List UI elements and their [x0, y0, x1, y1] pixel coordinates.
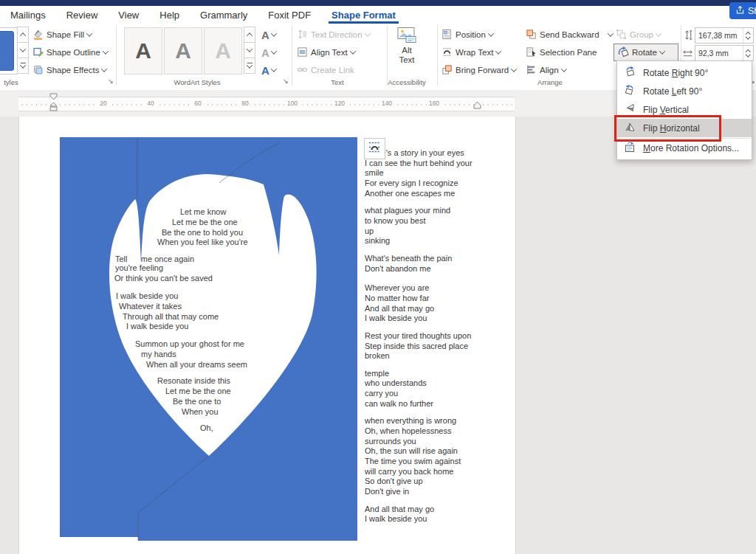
wrap-text-label: Wrap Text: [456, 48, 493, 57]
shape-outline-button[interactable]: Shape Outline: [32, 45, 108, 60]
wrap-text-icon: [441, 46, 453, 59]
heart-lyric-line: Or think you can't be saved: [114, 274, 213, 283]
menu-review[interactable]: Review: [56, 6, 109, 24]
shape-effects-icon: [32, 64, 44, 77]
bring-forward-icon: [441, 64, 453, 77]
ruler-number: 60: [192, 100, 203, 108]
alt-text-label-1: Alt: [402, 46, 411, 55]
menu-item-rotate-left[interactable]: Rotate Left 90°: [617, 82, 752, 100]
align-icon: [526, 64, 537, 77]
heart-lyrics: Let me knowLet me be the oneBe the one t…: [60, 137, 357, 541]
heart-lyric-line: Let me be the one: [172, 218, 238, 226]
shape-styles-dialog-launcher-icon[interactable]: ↘: [106, 77, 115, 86]
document-page[interactable]: Let me knowLet me be the oneBe the one t…: [18, 117, 516, 554]
bring-forward-label: Bring Forward: [456, 66, 509, 75]
menu-view[interactable]: View: [108, 6, 149, 24]
wordart-sample-3[interactable]: A: [204, 27, 242, 75]
align-button[interactable]: Align: [526, 63, 566, 77]
heart-lyric-line: Whatever it takes: [119, 302, 182, 311]
position-button[interactable]: Position: [441, 27, 493, 42]
shape-styles-group-label: tyles: [0, 78, 22, 87]
menu-foxit-pdf[interactable]: Foxit PDF: [258, 6, 321, 24]
shape-height-value: 167,38 mm: [698, 31, 738, 40]
menu-help[interactable]: Help: [149, 6, 190, 24]
horizontal-ruler[interactable]: 20406080100120140160: [18, 97, 515, 111]
document-area: Let me knowLet me be the oneBe the one t…: [0, 117, 756, 554]
indent-marker-left[interactable]: [49, 93, 58, 117]
wordart-gallery-down-icon[interactable]: [244, 42, 255, 58]
alt-text-label-2: Text: [399, 55, 414, 65]
align-text-label: Align Text: [311, 48, 348, 57]
shape-width-icon: [682, 47, 693, 61]
text-effects-button[interactable]: A: [261, 63, 276, 77]
lyrics-paragraph: Rest your tired thoughts upon Step insid…: [365, 331, 496, 361]
lyrics-paragraph: temple who understands carry you can wal…: [365, 369, 496, 409]
create-link-label: Create Link: [311, 66, 354, 75]
rotate-label: Rotate: [632, 48, 657, 57]
send-backward-button[interactable]: Send Backward: [526, 27, 613, 42]
style-gallery-up-icon[interactable]: [17, 27, 29, 43]
heart-lyric-line: When you: [182, 407, 219, 416]
wordart-dialog-launcher-icon[interactable]: ↘: [281, 77, 290, 86]
height-spinner[interactable]: [743, 28, 753, 43]
selection-pane-label: Selection Pane: [540, 48, 597, 57]
wordart-sample-2[interactable]: A: [164, 27, 202, 75]
heart-lyric-line: Let me be the one: [165, 387, 231, 395]
share-button[interactable]: Sh: [729, 2, 756, 19]
alt-text-icon: [397, 27, 416, 46]
ruler-number: 100: [285, 100, 300, 108]
create-link-button: Create Link: [297, 63, 354, 77]
lyrics-paragraph: when everything is wrong Oh, when hopele…: [365, 416, 496, 496]
selection-pane-icon: [526, 46, 537, 59]
heart-lyric-line: I walk beside you: [116, 291, 178, 300]
alt-text-button[interactable]: Alt Text: [390, 27, 424, 75]
position-icon: [441, 29, 453, 41]
wordart-gallery-up-icon[interactable]: [244, 27, 255, 43]
titlebar-strip: [0, 0, 756, 6]
lyrics-paragraph: what plagues your mind to know you best …: [365, 206, 496, 246]
menu-grammarly[interactable]: Grammarly: [190, 6, 258, 24]
shape-width-input[interactable]: 92,3 mm: [695, 45, 754, 61]
lyrics-paragraph: Wherever you are No matter how far And a…: [365, 283, 496, 324]
width-spinner[interactable]: [743, 46, 753, 60]
shape-fill-icon: [32, 29, 44, 41]
bring-forward-button[interactable]: Bring Forward: [441, 63, 516, 77]
heart-lyric-line: When all your dreams seem: [146, 360, 247, 369]
shape-height-input[interactable]: 167,38 mm: [695, 27, 754, 44]
rotate-button[interactable]: Rotate: [614, 44, 678, 61]
lyrics-paragraph: And all that may go I walk beside you: [365, 505, 496, 524]
selection-pane-button[interactable]: Selection Pane: [526, 45, 597, 60]
align-text-button[interactable]: Align Text: [297, 45, 355, 60]
lyrics-paragraph: What's beneath the pain Don't abandon me: [365, 254, 496, 274]
layout-options-button[interactable]: [364, 138, 385, 159]
text-outline-button[interactable]: A: [261, 45, 276, 60]
style-gallery-more-icon[interactable]: [17, 58, 29, 74]
shape-effects-button[interactable]: Shape Effects: [32, 63, 106, 77]
shape-style-swatch[interactable]: [0, 27, 18, 75]
indent-marker-right[interactable]: [473, 100, 481, 113]
heart-lyric-line: Be the one to hold you: [162, 228, 243, 237]
wordart-sample-1[interactable]: A: [124, 27, 162, 75]
text-fill-button[interactable]: A: [261, 27, 276, 42]
rotate-left-icon: [624, 84, 636, 98]
shape-width-value: 92,3 mm: [698, 49, 729, 58]
menu-mailings[interactable]: Mailings: [0, 6, 56, 24]
text-direction-button: Text Direction: [297, 27, 370, 42]
style-gallery-down-icon[interactable]: [17, 42, 29, 58]
text-effects-icon: A: [261, 64, 269, 77]
text-direction-icon: [297, 29, 308, 41]
heart-lyric-line: Oh,: [200, 423, 213, 432]
wrap-text-button[interactable]: Wrap Text: [441, 45, 501, 60]
wordart-gallery-more-icon[interactable]: [244, 58, 255, 74]
share-icon: [735, 5, 745, 17]
menu-item-more-rotation-options[interactable]: More Rotation Options...: [617, 139, 752, 157]
menu-shape-format[interactable]: Shape Format: [321, 6, 406, 24]
rotate-dropdown-menu: Rotate Right 90° Rotate Left 90° Flip Ve…: [616, 60, 752, 160]
shape-fill-label: Shape Fill: [47, 30, 84, 39]
ruler-number: 120: [332, 100, 347, 108]
shape-outline-label: Shape Outline: [47, 48, 100, 57]
ruler-number: 160: [427, 100, 441, 108]
shape-fill-button[interactable]: Shape Fill: [32, 27, 92, 42]
menu-item-rotate-right[interactable]: Rotate Right 90°: [617, 63, 752, 82]
shape-effects-label: Shape Effects: [47, 66, 99, 75]
